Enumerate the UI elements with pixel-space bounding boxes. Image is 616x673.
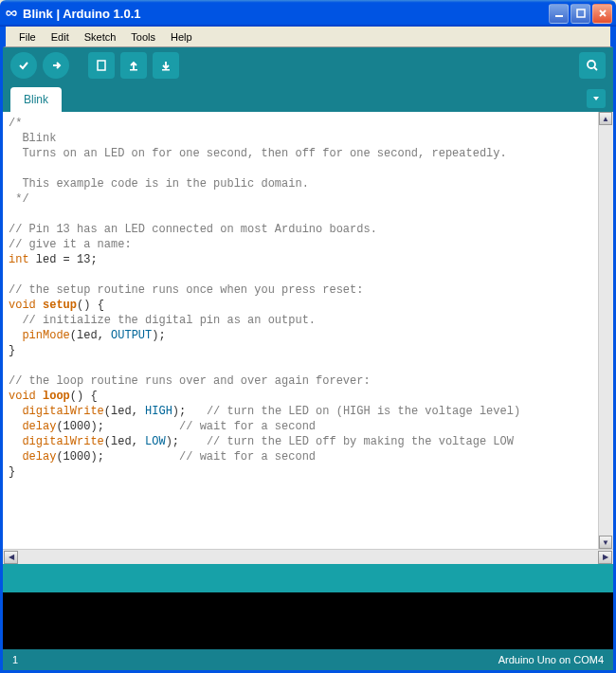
save-button[interactable] — [153, 52, 179, 79]
statusbar: 1 Arduino Uno on COM4 — [3, 649, 613, 670]
upload-button[interactable] — [43, 52, 69, 79]
verify-button[interactable] — [10, 52, 37, 79]
vertical-scrollbar[interactable]: ▲ ▼ — [598, 112, 613, 549]
scroll-up-icon[interactable]: ▲ — [599, 112, 612, 125]
minimize-button[interactable] — [549, 4, 569, 24]
close-button[interactable] — [592, 4, 612, 24]
scroll-right-icon[interactable]: ▶ — [598, 551, 612, 564]
console[interactable] — [3, 592, 613, 649]
svg-rect-0 — [555, 15, 563, 17]
tab-blink[interactable]: Blink — [10, 87, 62, 112]
status-board: Arduino Uno on COM4 — [498, 654, 604, 665]
titlebar[interactable]: Blink | Arduino 1.0.1 — [0, 0, 616, 27]
menu-help[interactable]: Help — [163, 29, 200, 45]
menu-tools[interactable]: Tools — [123, 29, 163, 45]
svg-rect-1 — [577, 9, 585, 17]
svg-rect-3 — [130, 69, 137, 71]
window-title: Blink | Arduino 1.0.1 — [23, 7, 549, 21]
status-line: 1 — [12, 654, 18, 665]
new-button[interactable] — [88, 52, 115, 79]
maximize-button[interactable] — [571, 4, 590, 24]
svg-rect-4 — [162, 69, 170, 71]
tab-menu-button[interactable] — [587, 89, 606, 108]
serial-monitor-button[interactable] — [579, 52, 606, 79]
scroll-down-icon[interactable]: ▼ — [599, 536, 612, 549]
svg-point-5 — [588, 61, 595, 68]
svg-rect-2 — [98, 61, 105, 70]
code-editor[interactable]: /* Blink Turns on an LED on for one seco… — [3, 112, 598, 549]
menu-edit[interactable]: Edit — [44, 29, 77, 45]
toolbar — [3, 47, 613, 83]
tabbar: Blink — [3, 83, 613, 112]
horizontal-scrollbar[interactable]: ◀ ▶ — [3, 549, 613, 564]
scroll-left-icon[interactable]: ◀ — [4, 551, 18, 564]
open-button[interactable] — [120, 52, 147, 79]
menu-sketch[interactable]: Sketch — [77, 29, 124, 45]
arduino-icon — [4, 6, 19, 21]
message-area — [3, 564, 613, 592]
menu-file[interactable]: File — [11, 29, 44, 45]
menubar: File Edit Sketch Tools Help — [3, 27, 613, 47]
